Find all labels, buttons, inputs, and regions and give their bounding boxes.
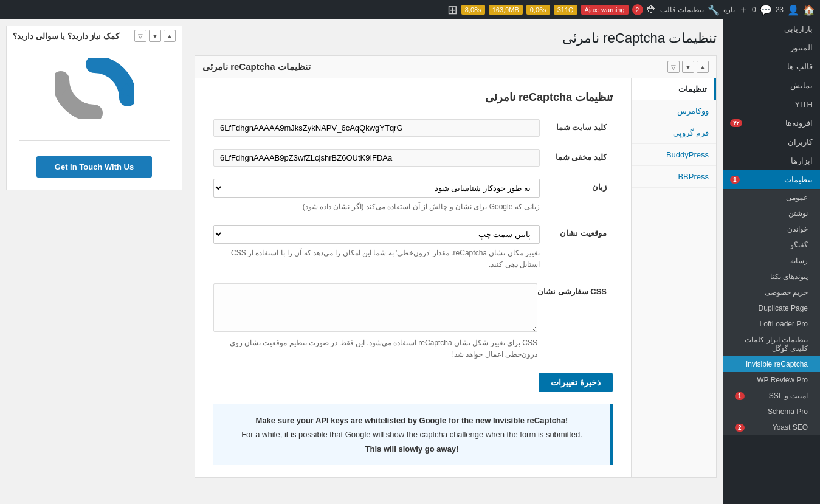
sidebar-item-yith[interactable]: YITH — [723, 95, 820, 114]
sidebar-item-display[interactable]: نمایش — [723, 76, 820, 95]
sidebar-sub-wp-review[interactable]: WP Review Pro — [723, 372, 820, 388]
sidebar-sub-ssl[interactable]: امنیت و SSL 1 — [723, 388, 820, 404]
content-panel-header: ▲ ▼ ▽ تنظیمات reCaptcha نامرئی — [195, 56, 716, 78]
user-icon[interactable]: 👤 — [787, 4, 799, 16]
sidebar-item-marketing[interactable]: بازاریابی — [723, 19, 820, 38]
help-panel-title: کمک نیاز دارید؟ یا سوالی دارید؟ — [13, 32, 119, 41]
sidebar-sub-reading[interactable]: خواندن — [723, 221, 820, 237]
info-banner-line2: For a while, it is possible that Google … — [226, 427, 598, 441]
notification-badge[interactable]: 2 — [632, 4, 643, 15]
sidebar-sub-media[interactable]: رسانه — [723, 253, 820, 269]
stat-time: 8,08s — [461, 5, 485, 15]
yoast-badge: 2 — [735, 424, 745, 432]
site-key-input[interactable] — [213, 119, 540, 137]
sidebar-item-label: نمایش — [790, 81, 813, 90]
sidebar-sub-privacy[interactable]: حریم خصوصی — [723, 285, 820, 300]
theme-settings-link[interactable]: تنظیمات قالب — [660, 5, 704, 14]
sub-item-label: WP Review Pro — [757, 376, 808, 384]
sidebar-item-label: بازاریابی — [784, 24, 813, 33]
sub-item-label: Yoast SEO — [773, 423, 808, 432]
sidebar-sub-permalinks[interactable]: پیوندهای یکتا — [723, 269, 820, 285]
wrench-icon[interactable]: 🔧 — [708, 4, 720, 16]
user-count[interactable]: 23 — [776, 5, 784, 14]
secret-key-field — [213, 149, 540, 167]
css-textarea[interactable] — [213, 283, 537, 332]
tab-bbpress[interactable]: BBPress — [632, 166, 716, 188]
sub-item-label: عمومی — [786, 193, 808, 202]
sidebar-item-settings[interactable]: تنظیمات 1 — [723, 170, 820, 189]
secret-key-label: کلید مخفی شما — [540, 149, 613, 162]
sidebar-item-plugins[interactable]: افزونه‌ها ۴۲ — [723, 114, 820, 133]
tab-gravity-forms[interactable]: فرم گروپی — [632, 122, 716, 144]
info-banner: Make sure your API keys are whitelisted … — [213, 404, 613, 465]
save-button[interactable]: ذخیرهٔ تغییرات — [539, 373, 613, 392]
help-arrow-up[interactable]: ▲ — [164, 30, 176, 42]
sidebar-item-label: YITH — [794, 100, 813, 109]
sidebar-sub-schema[interactable]: Schema Pro — [723, 404, 820, 419]
sub-item-label: گفتگو — [790, 241, 808, 249]
css-row: CSS سفارشی نشان CSS برای تغییر شکل نشان … — [213, 283, 613, 361]
comment-count[interactable]: 0 — [752, 5, 756, 14]
sub-item-label: Duplicate Page — [759, 304, 808, 312]
panel-arrow-up[interactable]: ▲ — [697, 61, 709, 73]
get-in-touch-button[interactable]: Get In Touch With Us — [36, 156, 152, 178]
sidebar-sub-writing[interactable]: نوشتن — [723, 205, 820, 221]
sidebar-sub-discussion[interactable]: گفتگو — [723, 237, 820, 253]
ssl-badge: 1 — [735, 392, 745, 400]
sidebar-sub-invisible-recaptcha[interactable]: Invisible reCaptcha — [723, 356, 820, 372]
site-key-row: کلید سایت شما — [213, 119, 613, 137]
wp-logo-icon[interactable]: ⊞ — [447, 2, 458, 17]
sub-item-label: رسانه — [790, 257, 808, 265]
help-arrow-expand[interactable]: ▽ — [134, 30, 146, 42]
home-icon[interactable]: 🏠 — [803, 4, 815, 16]
admin-sidebar: بازاریابی المنتور قالب ها نمایش YITH افز… — [723, 19, 820, 504]
secret-key-input[interactable] — [213, 149, 540, 167]
admin-bar-left: ⊞ 8,08s 163,9MB 0,06s 311Q Ajax: warning… — [447, 2, 815, 17]
language-select[interactable]: به طور خودکار شناسایی شود — [213, 179, 540, 198]
form-title: تنظیمات reCaptcha نامرئی — [213, 91, 613, 104]
tab-buddypress[interactable]: BuddyPress — [632, 144, 716, 166]
tab-settings[interactable]: تنظیمات — [632, 78, 716, 100]
new-link[interactable]: تاره — [723, 5, 735, 14]
panel-controls: ▲ ▼ ▽ — [667, 61, 709, 73]
sidebar-sub-general[interactable]: عمومی — [723, 190, 820, 205]
sidebar-item-users[interactable]: کاربران — [723, 133, 820, 151]
sub-item-label: خواندن — [787, 225, 808, 233]
sidebar-item-templates[interactable]: قالب ها — [723, 57, 820, 76]
sidebar-sub-google-keywords[interactable]: تنظیمات ابزار کلمات کلیدی گوگل — [723, 332, 820, 356]
site-key-field — [213, 119, 540, 137]
secret-key-row: کلید مخفی شما — [213, 149, 613, 167]
help-divider — [19, 140, 170, 141]
sidebar-sub-yoast[interactable]: Yoast SEO 2 — [723, 419, 820, 435]
page-title-bar: تنظیمات reCaptcha نامرئی — [195, 26, 717, 55]
tab-woocommerce[interactable]: ووکامرس — [632, 100, 716, 122]
help-panel-header: ▲ ▼ ▽ کمک نیاز دارید؟ یا سوالی دارید؟ — [6, 26, 182, 46]
language-label: زبان — [540, 179, 613, 192]
position-field: پایین سمت چپ تغییر مکان نشان reCaptcha. … — [213, 225, 540, 271]
position-select[interactable]: پایین سمت چپ — [213, 225, 540, 244]
comment-icon[interactable]: 💬 — [760, 4, 772, 16]
stat-queries: 311Q — [554, 5, 577, 15]
help-panel: ▲ ▼ ▽ کمک نیاز دارید؟ یا سوالی دارید؟ — [0, 19, 188, 504]
plus-icon[interactable]: ＋ — [739, 4, 748, 16]
stat-ajax: Ajax: warning — [581, 5, 629, 15]
panel-arrow-down[interactable]: ▼ — [682, 61, 694, 73]
sub-item-label: Schema Pro — [768, 407, 808, 416]
sub-item-label: نوشتن — [788, 209, 808, 218]
panel-arrow-expand[interactable]: ▽ — [667, 61, 680, 73]
sidebar-sub-loftloader[interactable]: LoftLoader Pro — [723, 316, 820, 332]
site-key-label: کلید سایت شما — [540, 119, 613, 132]
page-title: تنظیمات reCaptcha نامرئی — [562, 30, 717, 46]
content-panel: ▲ ▼ ▽ تنظیمات reCaptcha نامرئی تنظیمات و… — [195, 55, 717, 478]
sub-item-label: حریم خصوصی — [765, 288, 808, 297]
stat-time2: 0,06s — [526, 5, 550, 15]
help-arrow-down[interactable]: ▼ — [149, 30, 161, 42]
sidebar-item-elementor[interactable]: المنتور — [723, 38, 820, 57]
settings-tabs: تنظیمات ووکامرس فرم گروپی BuddyPress BBP… — [631, 78, 716, 477]
helmet-icon[interactable]: ⛑ — [647, 4, 656, 15]
sidebar-sub-duplicate[interactable]: Duplicate Page — [723, 300, 820, 316]
sub-item-label: تنظیمات ابزار کلمات کلیدی گوگل — [735, 336, 808, 353]
css-field: CSS برای تغییر شکل نشان reCaptcha استفاد… — [213, 283, 537, 361]
sub-item-label: LoftLoader Pro — [760, 320, 808, 328]
sidebar-item-tools[interactable]: ابزارها — [723, 151, 820, 170]
